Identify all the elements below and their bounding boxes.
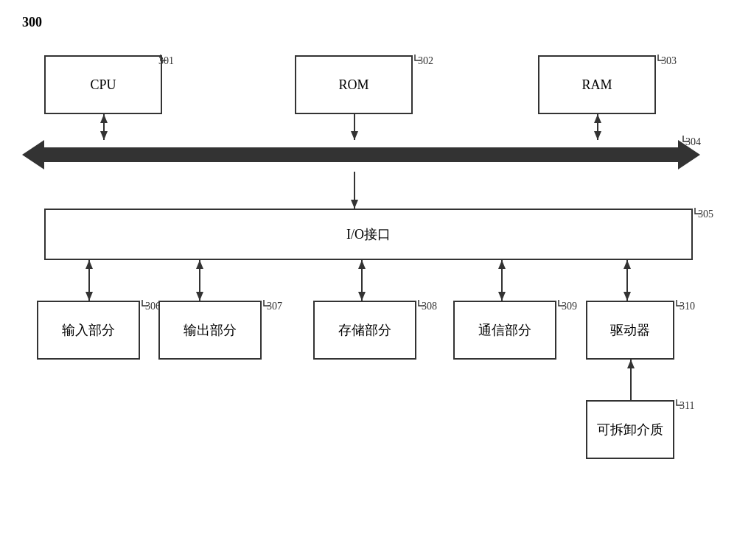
svg-marker-29 — [627, 360, 635, 368]
ram-ref: 303 — [661, 55, 677, 67]
driver-box: 驱动器 — [586, 301, 674, 360]
svg-marker-14 — [85, 260, 93, 269]
svg-marker-26 — [624, 260, 631, 269]
comms-box: 通信部分 — [453, 301, 556, 360]
output-ref: 307 — [267, 301, 282, 312]
storage-label: 存储部分 — [338, 321, 391, 339]
ram-box: RAM — [538, 55, 656, 114]
diagram: 300 CPU 301 ROM 302 RAM 303 — [22, 15, 715, 545]
svg-marker-7 — [351, 131, 358, 140]
ram-bus-arrow — [590, 114, 605, 140]
removable-label: 可拆卸介质 — [597, 421, 663, 438]
figure-number: 300 — [22, 15, 42, 30]
driver-removable-arrow — [624, 360, 638, 400]
ram-label: RAM — [581, 77, 612, 93]
removable-ref: 311 — [680, 400, 694, 412]
cpu-bus-arrow — [97, 114, 111, 140]
storage-box: 存储部分 — [313, 301, 416, 360]
svg-marker-18 — [196, 292, 203, 301]
input-label: 输入部分 — [62, 321, 115, 339]
output-label: 输出部分 — [184, 321, 237, 339]
bus-io-arrow — [347, 172, 362, 209]
rom-bus-arrow — [347, 114, 362, 140]
io-label: I/O接口 — [346, 225, 391, 243]
svg-marker-5 — [100, 131, 108, 140]
svg-rect-0 — [44, 147, 678, 162]
io-box: I/O接口 — [44, 209, 693, 260]
comms-label: 通信部分 — [478, 321, 531, 339]
io-comms-arrow — [495, 260, 509, 301]
svg-marker-15 — [85, 292, 93, 301]
removable-box: 可拆卸介质 — [586, 400, 674, 459]
io-ref: 305 — [698, 209, 713, 220]
io-storage-arrow — [354, 260, 369, 301]
input-box: 输入部分 — [37, 301, 140, 360]
svg-marker-21 — [358, 292, 366, 301]
comms-ref: 309 — [562, 301, 577, 312]
bus-ref: 304 — [685, 136, 701, 148]
svg-marker-9 — [594, 114, 601, 123]
rom-label: ROM — [338, 77, 368, 93]
io-output-arrow — [192, 260, 207, 301]
output-box: 输出部分 — [158, 301, 262, 360]
rom-box: ROM — [295, 55, 413, 114]
svg-marker-10 — [594, 131, 601, 140]
svg-marker-24 — [498, 292, 506, 301]
svg-marker-27 — [624, 292, 631, 301]
svg-marker-4 — [100, 114, 108, 123]
storage-ref: 308 — [422, 301, 437, 312]
driver-label: 驱动器 — [610, 321, 650, 339]
cpu-box: CPU — [44, 55, 162, 114]
svg-marker-12 — [351, 200, 358, 209]
svg-marker-17 — [196, 260, 203, 269]
svg-marker-23 — [498, 260, 506, 269]
driver-ref: 310 — [680, 301, 695, 312]
bus-arrow — [22, 136, 700, 173]
io-input-arrow — [82, 260, 97, 301]
svg-marker-20 — [358, 260, 366, 269]
rom-ref: 302 — [418, 55, 433, 67]
cpu-label: CPU — [90, 77, 116, 93]
svg-marker-1 — [22, 140, 44, 169]
cpu-ref-bracket — [153, 53, 168, 68]
io-driver-arrow — [620, 260, 635, 301]
